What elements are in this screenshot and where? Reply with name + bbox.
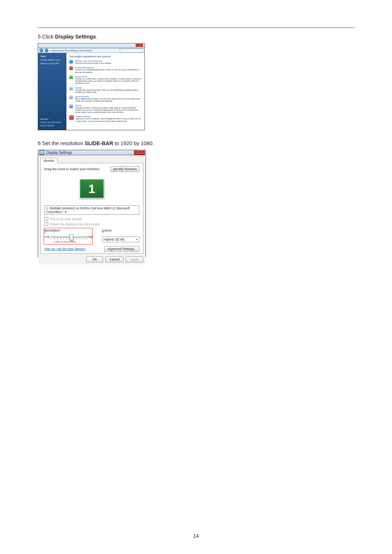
sound-icon [69,87,73,90]
tab-strip: Monitor [38,155,146,163]
item-theme: Theme Change the theme. Themes can chang… [69,104,142,114]
sidebar-task-link[interactable]: Change desktop icons [40,59,64,61]
slider-caption: 1280 by 1024 pixels [54,241,76,243]
content-panel: Personalize appearance and sounds Window… [66,53,144,130]
resolution-slider[interactable]: Low High 1280 by 1024 pixels [44,233,93,242]
monitor-1-icon[interactable]: 1 [79,179,104,198]
screensaver-icon [69,75,73,79]
slider-thumb[interactable] [70,234,74,241]
monitor-preview[interactable]: 1 [44,174,139,203]
chk-extend-label: Extend the desktop onto this monitor [50,222,100,226]
tab-panel: Drag the icons to match your monitors. I… [40,163,143,254]
tab-monitor[interactable]: Monitor [40,158,58,163]
page-title: Personalize appearance and sounds [69,55,142,58]
monitor-icon [69,66,73,70]
step-5-prefix: Click [41,34,55,40]
item-desc: Change the theme. Themes can change a wi… [75,107,142,114]
drag-instruction: Drag the icons to match your monitors. [44,167,101,171]
sidebar-tasks-header: Tasks [40,55,64,57]
dialog-buttons: OK Cancel Apply [38,254,146,264]
item-display-settings: Display Settings Adjust your monitor res… [69,115,142,122]
color-icon [69,60,73,63]
dialog-title: Display Settings [46,151,72,155]
page-number: 14 [193,533,199,539]
ok-button[interactable]: OK [86,257,103,262]
chk-main-label: This is my main monitor [50,217,82,221]
colors-select[interactable]: Highest (32 bit) ▾ [102,237,139,242]
chevron-down-icon: ▾ [136,238,138,241]
step-6-suffix: to 1920 by 1080. [113,140,154,146]
advanced-settings-button[interactable]: Advanced Settings... [104,246,139,252]
sidebar-seealso-link[interactable]: Ease of Access [40,124,64,127]
colors-label: Colors: [102,229,139,232]
dialog-titlebar: Display Settings [38,150,146,155]
mouse-icon [69,95,73,99]
nav-fwd-icon[interactable] [45,49,48,52]
item-desc: Pick a different mouse pointer. You can … [75,98,142,102]
item-mouse: Mouse Pointers Pick a different mouse po… [69,95,142,102]
item-background: Desktop Background Choose from available… [69,66,142,73]
sidebar-seealso-header: See also [40,118,64,120]
step-6-prefix: Set the resolution [41,140,85,146]
step-6-number: 6 [38,140,41,146]
slider-high-label: High [87,235,93,238]
slider-low-label: Low [44,235,50,238]
address-bar: ▸ Appearance and Personalization ▸ Perso… [38,48,144,53]
item-desc: Change your screen saver or adjust when … [75,78,142,85]
monitor-select[interactable]: 1. (Multiple Monitors) on NVIDIA GeForce… [44,205,139,215]
item-screensaver: Screen Saver Change your screen saver or… [69,75,142,85]
step-6-bold: SLIDE-BAR [85,140,113,146]
checkbox-icon [44,222,48,226]
step-5-bold: Display Settings [55,34,96,40]
resolution-label: Resolution: [44,229,93,232]
checkbox-icon [44,217,48,221]
slider-ticks [51,238,87,240]
close-icon[interactable] [136,44,143,47]
step-6-text: 6 Set the resolution SLIDE-BAR to 1920 b… [38,140,354,146]
display-icon [69,115,74,120]
window-titlebar [38,44,144,48]
sidebar-task-link[interactable]: Adjust font size (DPI) [40,62,64,65]
breadcrumb[interactable]: ▸ Appearance and Personalization ▸ Perso… [50,49,92,52]
item-desc: Adjust your monitor resolution, which ch… [76,118,142,122]
help-link[interactable]: How do I get the best display? [44,247,86,251]
display-settings-dialog: Display Settings Monitor Drag the icons … [38,150,146,257]
sidebar: Tasks Change desktop icons Adjust font s… [38,53,66,130]
identify-monitors-button[interactable]: Identify Monitors [110,166,139,172]
item-desc: Change which sounds are heard when you d… [75,89,142,94]
item-desc: Choose from available backgrounds or col… [75,69,142,73]
theme-icon [69,104,73,108]
item-desc: Fine tune the color and style of your wi… [75,62,112,64]
personalization-window: ▸ Appearance and Personalization ▸ Perso… [38,43,145,130]
item-color: Window Color and Appearance Fine tune th… [69,60,142,64]
item-sounds: Sounds Change which sounds are heard whe… [69,87,142,94]
step-5-suffix: . [96,34,97,40]
cancel-button[interactable]: Cancel [105,257,123,262]
step-5-number: 5 [38,34,41,40]
top-rule [38,28,354,28]
apply-button: Apply [126,257,143,262]
close-icon[interactable] [134,151,145,155]
nav-back-icon[interactable] [40,49,43,52]
dialog-icon [40,150,44,155]
colors-value: Highest (32 bit) [104,238,125,241]
chk-main-monitor: This is my main monitor [44,217,139,221]
search-input[interactable] [120,49,143,52]
chk-extend-desktop: Extend the desktop onto this monitor [44,222,139,226]
sidebar-seealso-link[interactable]: Taskbar and Start Menu [40,121,64,123]
step-5-text: 5 Click Display Settings. [38,34,354,40]
